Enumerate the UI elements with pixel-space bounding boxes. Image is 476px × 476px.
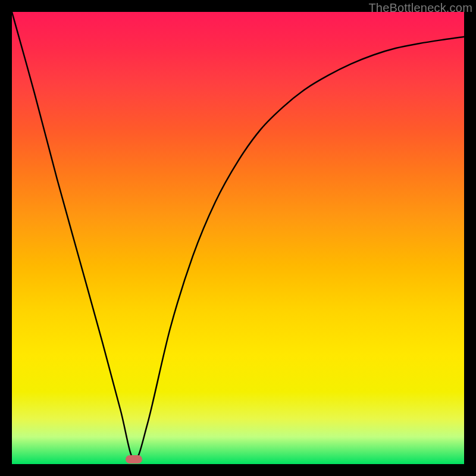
- watermark-text: TheBottleneck.com: [368, 1, 472, 15]
- curve-svg: [12, 12, 464, 464]
- minimum-marker: [126, 455, 142, 464]
- chart-frame: TheBottleneck.com: [0, 0, 476, 476]
- bottleneck-curve: [12, 12, 464, 460]
- plot-area: [12, 12, 464, 464]
